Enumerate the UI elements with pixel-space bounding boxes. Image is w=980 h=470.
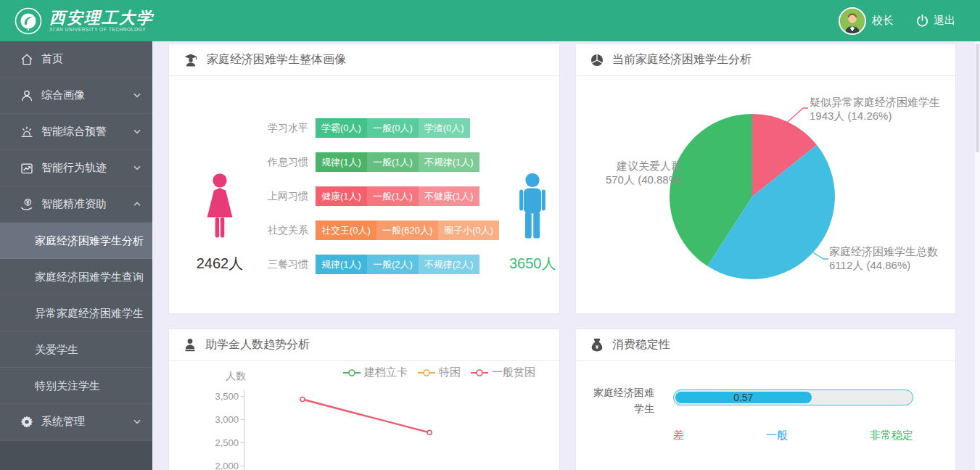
sidebar-nav: 首页 综合画像 智能综合预警 智能行为轨迹 [0, 41, 152, 470]
portrait-row: 社交关系 社交王(0人) 一般(620人) 圈子小(0人) [253, 220, 499, 240]
chevron-up-icon [133, 202, 141, 207]
chevron-down-icon [133, 165, 141, 170]
scholar-icon [184, 338, 197, 352]
graduate-icon [184, 53, 198, 67]
segment: 社交王(0人) [316, 220, 376, 240]
data-point[interactable] [427, 430, 432, 434]
chevron-down-icon [133, 93, 141, 98]
female-stat: 2462人 [188, 173, 252, 289]
female-count: 2462人 [188, 254, 252, 273]
card-overall-portrait: 家庭经济困难学生整体画像 2462人 学习水平 学霸(0人) 一般(0人) [168, 44, 560, 314]
scrollbar[interactable] [975, 41, 980, 470]
y-tick-label: 3,000 [215, 414, 239, 425]
row-label: 学习水平 [253, 122, 308, 135]
sidebar-item-warning[interactable]: 智能综合预警 [0, 114, 152, 150]
scrollbar-thumb[interactable] [976, 44, 979, 152]
university-name-en: XI'AN UNIVERSITY OF TECHNOLOGY [49, 27, 154, 32]
segment: 一般(1人) [367, 152, 419, 172]
sidebar-subitem-care[interactable]: 关爱学生 [0, 331, 152, 368]
card-consumption-stability: ¥ 消费稳定性 家庭经济困难 学生 0.57 差 一般 非常稳定 [575, 329, 956, 470]
sidebar-item-behavior[interactable]: 智能行为轨迹 [0, 150, 152, 186]
chevron-down-icon [133, 419, 141, 424]
stability-scale: 差 一般 非常稳定 [673, 429, 913, 442]
segment: 健康(1人) [316, 186, 367, 206]
stability-row-label: 家庭经济困难 学生 [589, 384, 654, 416]
portrait-row: 三餐习惯 规律(1人) 一般(2人) 不规律(2人) [253, 255, 499, 274]
sidebar-item-system[interactable]: 系统管理 [0, 404, 152, 440]
line-chart: 3,500 3,000 2,500 2,000 [169, 361, 560, 470]
row-label: 上网习惯 [253, 190, 308, 203]
y-tick-label: 2,500 [215, 437, 239, 448]
sidebar-subitem-query[interactable]: 家庭经济困难学生查询 [0, 259, 152, 295]
card-title: 消费稳定性 [612, 337, 670, 352]
user-avatar[interactable] [839, 7, 866, 35]
sidebar-item-label: 首页 [41, 52, 141, 66]
alarm-icon [20, 125, 33, 139]
university-logo: 西安理工大学 XI'AN UNIVERSITY OF TECHNOLOGY [0, 7, 154, 35]
pie-label-total: 家庭经济困难学生总数 6112人 (44.86%) [829, 244, 954, 272]
sidebar-item-label: 智能精准资助 [41, 197, 133, 211]
chevron-down-icon [133, 129, 141, 134]
sidebar-item-funding[interactable]: 智能精准资助 [0, 186, 152, 223]
moneybag-icon: ¥ [590, 338, 604, 352]
sidebar-item-portrait[interactable]: 综合画像 [0, 78, 152, 114]
user-role-label[interactable]: 校长 [872, 14, 894, 28]
avatar-person-icon [840, 9, 865, 33]
card-trend-analysis: 助学金人数趋势分析 人数 建档立卡 特困 一般贫困 [168, 329, 560, 470]
segment: 规律(1人) [316, 152, 367, 172]
sidebar-item-label: 综合画像 [41, 88, 133, 102]
gear-icon [20, 415, 33, 429]
sidebar-subitem-analysis[interactable]: 家庭经济困难学生分析 [0, 223, 152, 259]
card-pie-analysis: 当前家庭经济困难学生分析 疑似异常家庭经济困难学生 1943人 (14.26%)… [575, 44, 956, 314]
pie-leader-line [788, 108, 808, 122]
user-icon [20, 88, 33, 103]
behavior-icon [20, 161, 33, 176]
card-title: 家庭经济困难学生整体画像 [207, 52, 346, 67]
card-title: 当前家庭经济困难学生分析 [612, 52, 752, 67]
series-line [302, 400, 429, 433]
app-header: 西安理工大学 XI'AN UNIVERSITY OF TECHNOLOGY 校长… [0, 0, 980, 41]
segment: 规律(1人) [316, 255, 367, 274]
main-content: 家庭经济困难学生整体画像 2462人 学习水平 学霸(0人) 一般(0人) [152, 41, 980, 470]
segment: 一般(0人) [367, 118, 419, 138]
university-name: 西安理工大学 [49, 9, 154, 27]
y-tick-label: 3,500 [215, 391, 239, 402]
pie-label-care: 建议关爱人群 570人 (40.88%) [576, 159, 682, 186]
male-count: 3650人 [501, 254, 560, 273]
segment: 圈子小(0人) [438, 220, 499, 240]
sidebar-item-home[interactable]: 首页 [0, 41, 152, 78]
scale-label-stable: 非常稳定 [870, 429, 913, 442]
portrait-rows: 学习水平 学霸(0人) 一般(0人) 学渣(0人) 作息习惯 规律(1人) 一般… [253, 118, 499, 289]
sidebar-subitem-special[interactable]: 特别关注学生 [0, 368, 152, 404]
female-icon [199, 173, 241, 244]
segment: 一般(1人) [367, 186, 419, 206]
male-stat: 3650人 [501, 173, 560, 289]
row-label: 社交关系 [253, 224, 308, 237]
sidebar-subitem-abnormal[interactable]: 异常家庭经济困难学生 [0, 295, 152, 331]
segment: 不规律(2人) [419, 255, 479, 274]
segment: 一般(620人) [376, 220, 438, 240]
card-title: 助学金人数趋势分析 [205, 337, 310, 352]
funding-icon [20, 197, 33, 212]
sidebar-item-label: 系统管理 [41, 415, 133, 429]
university-emblem-icon [15, 7, 42, 35]
scale-label-poor: 差 [673, 429, 684, 442]
logout-label: 退出 [934, 14, 955, 28]
power-icon [915, 14, 929, 28]
segment: 不规律(1人) [419, 152, 479, 172]
sidebar-item-label: 智能行为轨迹 [41, 161, 133, 175]
row-label: 三餐习惯 [253, 258, 308, 271]
data-point[interactable] [300, 397, 305, 402]
portrait-row: 上网习惯 健康(1人) 一般(1人) 不健康(1人) [253, 186, 499, 206]
y-tick-label: 2,000 [215, 461, 239, 470]
home-icon [20, 52, 33, 67]
sidebar-footer-area [0, 441, 152, 470]
segment: 一般(2人) [367, 255, 419, 274]
logout-button[interactable]: 退出 [915, 14, 955, 28]
stability-progress-bar: 0.57 [673, 389, 913, 405]
segment: 不健康(1人) [419, 186, 479, 206]
pie-leader-line [813, 252, 828, 259]
progress-value: 0.57 [675, 392, 812, 403]
pie-icon [590, 54, 604, 67]
portrait-row: 学习水平 学霸(0人) 一般(0人) 学渣(0人) [253, 118, 499, 138]
